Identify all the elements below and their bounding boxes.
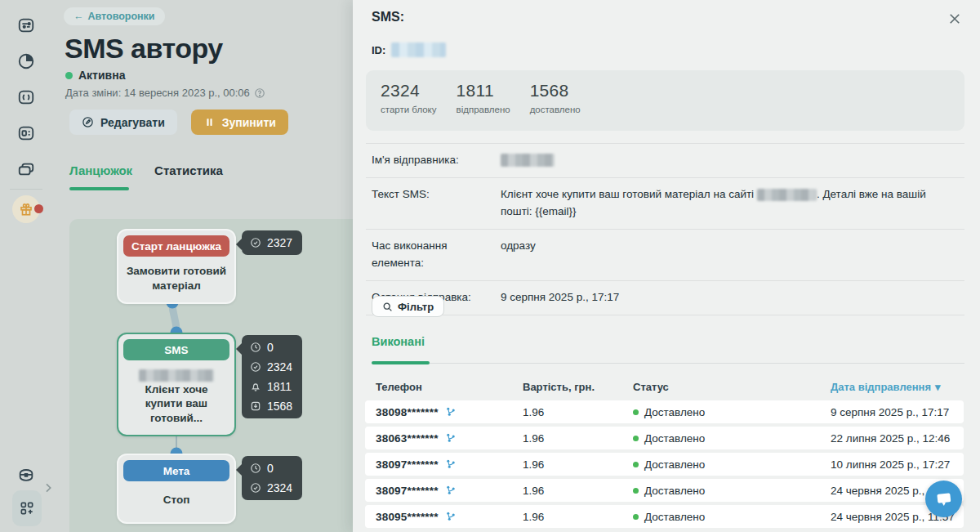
tab-completed[interactable]: Виконані [372,335,425,348]
field-execution-time: Час виконання елемента: одразу [366,229,964,280]
app-root: ← Автоворонки SMS автору Активна Дата зм… [0,0,980,532]
redacted-value [501,154,555,167]
close-icon[interactable] [947,11,962,26]
toolbox-icon[interactable] [15,463,38,485]
node-sms-title: Клієнт хоче купити ваш готовий... [118,360,234,435]
col-phone: Телефон [376,381,523,393]
sort-desc-icon: ▾ [935,381,941,393]
table-row[interactable]: 38095******* 1.96 Доставлено 24 червня 2… [365,505,964,528]
tab-statistics[interactable]: Статистика [154,163,223,186]
sidebar [0,0,52,532]
view-tabs: Ланцюжок Статистика [69,163,223,186]
stats-card: 2324 старти блоку 1811 відправлено 1568 … [366,70,964,131]
element-id: ID: [372,42,446,57]
status-dot [633,488,639,494]
clock-icon [250,342,261,353]
pause-icon [203,116,216,128]
sms-table: 38098******* 1.96 Доставлено 9 серпня 20… [365,400,964,528]
node-start-stats: 2327 [242,230,302,255]
redacted-value [757,189,817,201]
analytics-pie-icon[interactable] [15,50,38,73]
back-link-autofunnels[interactable]: ← Автоворонки [64,7,165,25]
table-row[interactable]: 38098******* 1.96 Доставлено 9 серпня 20… [365,400,964,423]
flow-branch-icon[interactable] [445,458,457,470]
page-title: SMS автору [65,33,223,65]
help-icon[interactable] [254,87,265,99]
table-row[interactable]: 38063******* 1.96 Доставлено 22 липня 20… [365,427,964,449]
flows-icon[interactable] [15,14,38,37]
flow-branch-icon[interactable] [445,485,457,496]
panel-title: SMS: [372,10,404,25]
back-arrow-icon: ← [74,11,84,22]
redacted-value [139,369,214,382]
active-tab-underline [69,187,129,190]
stat-block-starts: 2324 старти блоку [381,81,437,131]
node-sms-badge: SMS [123,339,229,360]
col-cost: Вартість, грн. [523,381,633,393]
table-header: Телефон Вартість, грн. Статус Дата відпр… [365,381,964,393]
search-icon [382,302,393,312]
flow-branch-icon[interactable] [445,511,457,522]
sidebar-divider [10,189,42,190]
chat-bubble-icon [934,490,954,509]
col-status: Статус [633,381,831,393]
back-link-label: Автоворонки [88,11,155,22]
notification-dot [34,204,43,213]
status-dot [633,436,639,441]
status-dot [633,514,639,520]
sms-text-value: Клієнт хоче купити ваш готовий матеріал … [501,186,964,221]
flow-node-start[interactable]: Старт ланцюжка Замовити готовий матеріал [117,229,236,304]
flow-node-goal[interactable]: Мета Стоп [117,454,236,524]
clock-icon [250,463,261,474]
node-goal-badge: Мета [123,460,229,481]
action-buttons: Редагувати Зупинити [69,110,288,135]
check-circle-icon [250,361,261,373]
field-sender-name: Ім'я відправника: [366,143,964,177]
status-label: Активна [78,69,125,82]
flow-branch-icon[interactable] [445,432,457,444]
table-row[interactable]: 38097******* 1.96 Доставлено 24 червня 2… [365,479,964,502]
pencil-icon [82,116,94,128]
node-goal-title: Стоп [118,481,234,522]
chat-widget-button[interactable] [925,481,962,517]
node-goal-stats: 0 2324 [242,456,302,500]
node-sms-stats: 0 2324 1811 1568 [242,335,302,418]
check-circle-icon [250,237,261,248]
table-row[interactable]: 38097******* 1.96 Доставлено 10 липня 20… [365,453,964,476]
col-send-date-sort[interactable]: Дата відправлення ▾ [831,381,964,393]
edit-button[interactable]: Редагувати [69,110,177,135]
tab-chain[interactable]: Ланцюжок [69,163,132,186]
flow-branch-icon[interactable] [445,406,457,418]
gift-promo-button[interactable] [12,195,40,223]
funnel-status: Активна [65,69,125,82]
status-dot [65,72,73,79]
templates-stack-icon[interactable] [15,158,38,181]
stop-button[interactable]: Зупинити [191,110,288,135]
filter-button[interactable]: Фільтр [372,296,444,317]
stat-delivered: 1568 доставлено [530,81,581,131]
flow-canvas[interactable]: Старт ланцюжка Замовити готовий матеріал… [69,219,353,532]
active-tab-underline [372,361,430,364]
status-dot [633,409,639,415]
chatbot-brackets-icon[interactable] [15,86,38,109]
flow-node-sms[interactable]: SMS Клієнт хоче купити ваш готовий... [117,333,236,436]
modified-date: Дата зміни: 14 вересня 2023 р., 00:06 [65,87,265,99]
delivered-icon [250,400,261,412]
node-start-badge: Старт ланцюжка [123,235,229,257]
node-start-title: Замовити готовий матеріал [118,257,234,302]
tab-divider [372,363,964,364]
field-last-send: Остання відправка: 9 серпня 2025 р., 17:… [366,280,964,315]
redacted-value [391,42,446,57]
status-dot [633,462,639,467]
check-circle-icon [250,482,261,494]
detail-fields: Ім'я відправника: Текст SMS: Клієнт хоче… [366,143,964,315]
apps-grid-plus-button[interactable] [12,490,42,526]
chevron-right-icon[interactable] [42,481,55,494]
sms-detail-panel: SMS: ID: 2324 старти блоку 1811 відправл… [353,0,980,532]
field-sms-text: Текст SMS: Клієнт хоче купити ваш готови… [366,177,964,229]
bell-icon [250,381,261,392]
crm-card-icon[interactable] [15,122,38,145]
stat-sent: 1811 відправлено [457,81,510,131]
